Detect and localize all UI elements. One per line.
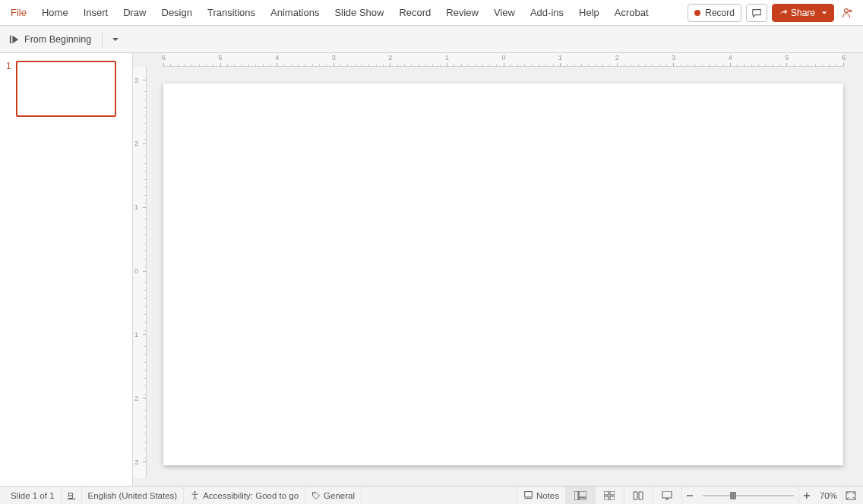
ruler-tick-label: 1 xyxy=(558,54,562,61)
slide-thumbnail-item[interactable]: 1 xyxy=(6,61,126,117)
status-spellcheck[interactable] xyxy=(62,487,82,504)
sensitivity-text: General xyxy=(324,491,355,500)
ruler-tick-label: 2 xyxy=(134,140,138,147)
ruler-tick-label: 1 xyxy=(445,54,449,61)
from-beginning-button[interactable]: From Beginning xyxy=(5,32,96,47)
status-slide-counter[interactable]: Slide 1 of 1 xyxy=(5,487,62,504)
tab-help[interactable]: Help xyxy=(571,0,607,25)
tab-record[interactable]: Record xyxy=(391,0,438,25)
tab-add-ins[interactable]: Add-ins xyxy=(523,0,571,25)
ribbon-tabs: File Home Insert Draw Design Transitions… xyxy=(0,0,863,26)
slide-canvas-container xyxy=(163,83,843,471)
view-reading-button[interactable] xyxy=(624,487,653,504)
vertical-ruler[interactable]: 3210123 xyxy=(133,67,147,478)
notes-label: Notes xyxy=(536,491,559,500)
ruler-tick-label: 2 xyxy=(615,54,619,61)
slide-thumbnail-preview[interactable] xyxy=(16,61,116,117)
minus-icon xyxy=(686,492,694,499)
share-button[interactable]: Share xyxy=(772,4,834,22)
zoom-in-button[interactable] xyxy=(798,487,815,504)
tab-view[interactable]: View xyxy=(486,0,523,25)
spellcheck-icon xyxy=(66,490,77,501)
from-beginning-label: From Beginning xyxy=(24,34,91,45)
ruler-tick-label: 3 xyxy=(134,77,138,84)
tab-slide-show[interactable]: Slide Show xyxy=(327,0,391,25)
sorter-view-icon xyxy=(604,491,615,500)
ruler-tick-label: 0 xyxy=(134,267,138,275)
accessibility-text: Accessibility: Good to go xyxy=(203,491,299,500)
slide-editor: 6543210123456 3210123 xyxy=(133,53,863,486)
view-sorter-button[interactable] xyxy=(595,487,624,504)
tab-insert[interactable]: Insert xyxy=(76,0,116,25)
plus-icon xyxy=(803,492,811,499)
tab-home[interactable]: Home xyxy=(34,0,76,25)
svg-point-3 xyxy=(314,493,315,495)
view-slideshow-button[interactable] xyxy=(653,487,681,504)
notes-icon xyxy=(523,490,533,500)
notes-button[interactable]: Notes xyxy=(517,487,566,504)
workspace: 1 6543210123456 3210123 xyxy=(0,53,863,486)
sub-ribbon-more-button[interactable] xyxy=(109,33,122,46)
ruler-tick-label: 4 xyxy=(275,54,279,61)
ruler-tick-label: 1 xyxy=(134,331,138,339)
coauthor-button[interactable] xyxy=(839,4,857,22)
reading-view-icon xyxy=(633,491,643,500)
slide-canvas[interactable] xyxy=(163,83,843,465)
svg-rect-4 xyxy=(525,492,533,497)
status-right-group: Notes 70% xyxy=(517,487,858,504)
svg-rect-12 xyxy=(662,491,672,498)
zoom-percent[interactable]: 70% xyxy=(815,487,842,504)
ruler-tick-label: 5 xyxy=(219,54,223,61)
tab-animations[interactable]: Animations xyxy=(263,0,327,25)
slide-thumbnail-panel[interactable]: 1 xyxy=(0,53,133,486)
zoom-percent-text: 70% xyxy=(820,491,837,500)
svg-rect-11 xyxy=(610,496,615,500)
ruler-tick-label: 6 xyxy=(162,54,166,61)
record-dot-icon xyxy=(694,10,700,16)
svg-point-2 xyxy=(194,491,195,493)
svg-rect-5 xyxy=(574,491,578,500)
status-accessibility[interactable]: Accessibility: Good to go xyxy=(184,487,305,504)
ruler-tick-label: 0 xyxy=(502,54,506,61)
tab-review[interactable]: Review xyxy=(438,0,486,25)
status-bar: Slide 1 of 1 English (United States) Acc… xyxy=(0,486,863,504)
svg-rect-7 xyxy=(579,498,586,500)
horizontal-ruler[interactable]: 6543210123456 xyxy=(163,53,843,67)
tag-icon xyxy=(311,491,321,500)
view-normal-button[interactable] xyxy=(566,487,595,504)
tab-design[interactable]: Design xyxy=(154,0,200,25)
ruler-tick-label: 4 xyxy=(729,54,732,61)
share-icon xyxy=(779,8,788,17)
slide-counter-text: Slide 1 of 1 xyxy=(11,491,55,500)
slideshow-view-icon xyxy=(662,491,672,500)
ruler-tick-label: 2 xyxy=(388,54,392,61)
ruler-tick-label: 2 xyxy=(134,395,138,402)
status-sensitivity[interactable]: General xyxy=(305,487,362,504)
record-button[interactable]: Record xyxy=(688,4,741,22)
language-text: English (United States) xyxy=(88,491,178,500)
chevron-down-icon xyxy=(112,36,119,43)
svg-point-0 xyxy=(845,8,849,12)
zoom-slider-thumb[interactable] xyxy=(730,492,736,499)
svg-rect-9 xyxy=(610,491,615,495)
status-language[interactable]: English (United States) xyxy=(82,487,185,504)
svg-rect-6 xyxy=(579,491,586,497)
svg-rect-8 xyxy=(604,491,609,495)
zoom-out-button[interactable] xyxy=(681,487,698,504)
sub-ribbon: From Beginning xyxy=(0,26,863,53)
normal-view-icon xyxy=(574,491,586,500)
svg-rect-10 xyxy=(604,496,609,500)
record-button-label: Record xyxy=(705,8,735,18)
tab-draw[interactable]: Draw xyxy=(115,0,153,25)
zoom-slider[interactable] xyxy=(703,495,794,496)
tab-transitions[interactable]: Transitions xyxy=(200,0,263,25)
fit-to-window-button[interactable] xyxy=(842,487,858,504)
comments-button[interactable] xyxy=(746,4,767,22)
tab-file[interactable]: File xyxy=(3,0,34,25)
ruler-tick-label: 3 xyxy=(672,54,675,61)
person-icon xyxy=(842,7,854,19)
ruler-tick-label: 6 xyxy=(842,54,846,61)
ribbon-right-group: Record Share xyxy=(688,0,860,25)
tab-acrobat[interactable]: Acrobat xyxy=(607,0,656,25)
ruler-tick-label: 5 xyxy=(785,54,789,61)
